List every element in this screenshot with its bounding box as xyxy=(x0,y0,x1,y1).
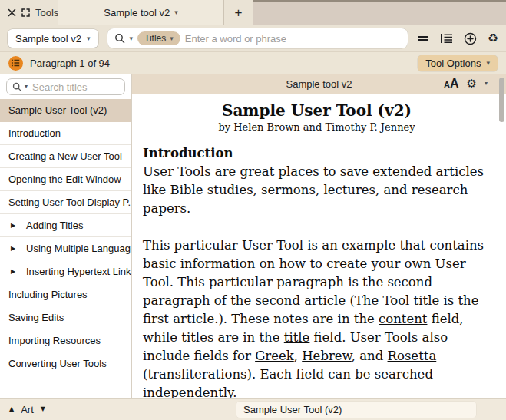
sidebar-item-converting-user-tools[interactable]: Converting User Tools xyxy=(0,352,131,375)
tool-options-button[interactable]: Tool Options ▾ xyxy=(418,55,498,71)
tools-label: Tools xyxy=(35,7,58,18)
titles-sidebar: ▾ Search titles Sample User Tool (v2) In… xyxy=(0,74,132,398)
close-icon[interactable] xyxy=(8,8,16,17)
pane-header: Sample tool v2 AA ⚙ ▾ xyxy=(132,74,506,94)
search-scope-label: Titles xyxy=(144,33,166,44)
tab-label: Sample tool v2 xyxy=(104,7,170,18)
paragraph-status: Paragraph 1 of 94 xyxy=(30,58,110,69)
pane-actions: AA ⚙ ▾ xyxy=(444,77,498,91)
gear-icon[interactable]: ⚙ xyxy=(467,78,477,90)
sidebar-search-wrap: ▾ Search titles xyxy=(0,74,131,99)
sidebar-item-setting-display[interactable]: Setting User Tool Display P... xyxy=(0,191,131,214)
chevron-down-icon: ▾ xyxy=(87,35,91,42)
article-body: Sample User Tool (v2) by Helen Brown and… xyxy=(132,94,506,398)
search-titles-input[interactable]: ▾ Search titles xyxy=(6,78,125,95)
sidebar-item-opening-edit-window[interactable]: Opening the Edit Window xyxy=(0,168,131,191)
section-heading-introduction: Introduction xyxy=(143,144,491,163)
triangle-right-icon[interactable]: ▶ xyxy=(11,245,19,252)
outline-view-icon[interactable] xyxy=(440,33,453,44)
text-segment: User Tools are great places to save exte… xyxy=(143,164,484,216)
search-toolbar: Sample tool v2 ▾ ▾ Titles ▾ Enter a word… xyxy=(0,25,506,52)
sidebar-item-sample-user-tool[interactable]: Sample User Tool (v2) xyxy=(0,99,131,122)
paragraph: User Tools are great places to save exte… xyxy=(143,163,491,218)
sidebar-item-introduction[interactable]: Introduction xyxy=(0,122,131,145)
text-segment: content xyxy=(379,312,427,326)
paragraph: This particular User Tool is an example … xyxy=(143,236,491,398)
article-byline: by Helen Brown and Timothy P. Jenney xyxy=(143,121,491,134)
sidebar-item-adding-titles[interactable]: ▶Adding Titles xyxy=(0,214,131,237)
chevron-down-icon: ▾ xyxy=(170,35,174,42)
tool-selector-value: Sample tool v2 xyxy=(15,33,81,45)
triangle-right-icon[interactable]: ▶ xyxy=(11,222,19,229)
chevron-down-icon[interactable]: ▾ xyxy=(485,81,488,87)
new-tab-button[interactable]: + xyxy=(224,0,253,25)
sidebar-item-saving-edits[interactable]: Saving Edits xyxy=(0,306,131,329)
search-field[interactable]: ▾ Titles ▾ Enter a word or phrase xyxy=(107,28,408,48)
add-parallel-icon[interactable] xyxy=(464,32,477,45)
text-segment: Hebrew xyxy=(302,349,352,363)
text-segment: Greek xyxy=(255,349,294,363)
equals-search-icon[interactable] xyxy=(417,34,429,43)
chevron-down-icon: ▾ xyxy=(486,60,490,67)
status-row: Paragraph 1 of 94 Tool Options ▾ xyxy=(0,52,506,74)
text-segment: Rosetta xyxy=(388,349,437,363)
workspace-controls: Tools xyxy=(0,0,58,25)
search-mode-chevron-icon[interactable]: ▾ xyxy=(130,35,134,42)
sidebar-item-importing-resources[interactable]: Importing Resources xyxy=(0,329,131,352)
sidebar-item-creating-new-user-tool[interactable]: Creating a New User Tool xyxy=(0,145,131,168)
sidebar-item-inserting-hypertext-links[interactable]: ▶Inserting Hypertext Links xyxy=(0,260,131,283)
sidebar-item-using-multiple-languages[interactable]: ▶Using Multiple Languages xyxy=(0,237,131,260)
app-window: Tools Sample tool v2 ▾ + Sample tool v2 … xyxy=(0,0,506,420)
triangle-up-icon[interactable]: ▲ xyxy=(9,406,14,412)
tool-options-label: Tool Options xyxy=(425,58,481,69)
text-segment: (transliterations). Each field can be se… xyxy=(143,367,433,398)
titles-list: Sample User Tool (v2) Introduction Creat… xyxy=(0,99,131,398)
chevron-down-icon[interactable]: ▾ xyxy=(174,9,178,16)
content-pane: Sample tool v2 AA ⚙ ▾ Sample User Tool (… xyxy=(132,74,506,398)
recycle-icon[interactable]: ♻ xyxy=(488,32,498,45)
tab-bar: Tools Sample tool v2 ▾ + xyxy=(0,0,506,25)
text-segment: title xyxy=(284,330,310,345)
toolbar-action-icons: ♻ xyxy=(417,32,498,45)
article-title: Sample User Tool (v2) xyxy=(143,102,491,120)
fullscreen-icon[interactable] xyxy=(21,8,30,17)
triangle-down-icon[interactable]: ▼ xyxy=(41,406,45,412)
text-segment: , and xyxy=(352,349,388,363)
triangle-right-icon[interactable]: ▶ xyxy=(11,268,19,275)
search-titles-placeholder: Search titles xyxy=(32,81,88,93)
vertical-scrollbar-thumb[interactable] xyxy=(499,78,504,122)
search-icon[interactable] xyxy=(114,33,125,44)
paragraph-badge-icon xyxy=(8,56,23,71)
go-to-label: Art xyxy=(21,404,34,415)
tab-bar-filler xyxy=(253,0,506,25)
text-segment: , xyxy=(294,349,303,363)
tab-sample-tool-v2[interactable]: Sample tool v2 ▾ xyxy=(58,0,224,25)
article-title-field[interactable]: Sample User Tool (v2) xyxy=(236,402,476,418)
article-navigator: ▲ Art ▼ xyxy=(9,404,45,415)
sidebar-item-including-pictures[interactable]: Including Pictures xyxy=(0,283,131,306)
bottom-bar: ▲ Art ▼ Sample User Tool (v2) xyxy=(0,398,506,420)
tool-selector-dropdown[interactable]: Sample tool v2 ▾ xyxy=(8,29,98,48)
search-placeholder: Enter a word or phrase xyxy=(185,33,286,45)
search-scope-pill[interactable]: Titles ▾ xyxy=(137,31,180,45)
search-icon[interactable] xyxy=(12,82,21,91)
text-size-button[interactable]: AA xyxy=(444,77,459,91)
chevron-down-icon[interactable]: ▾ xyxy=(25,84,28,90)
main-area: ▾ Search titles Sample User Tool (v2) In… xyxy=(0,74,506,398)
